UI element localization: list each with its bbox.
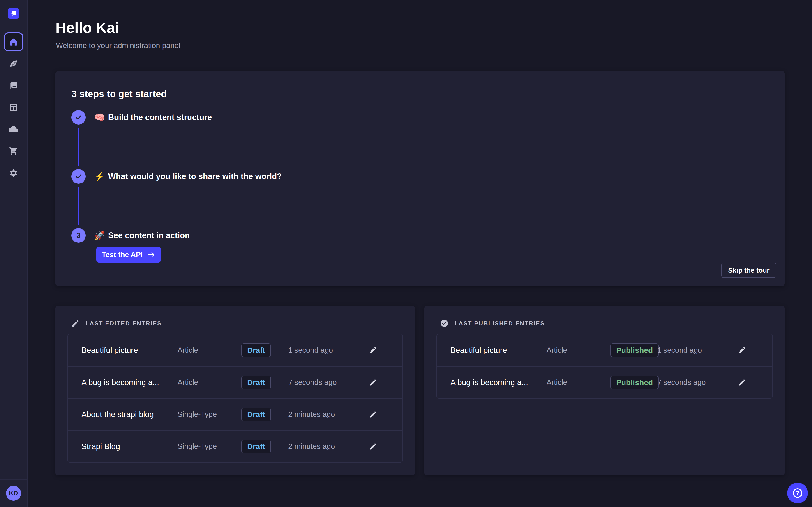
pencil-icon bbox=[738, 346, 746, 354]
entry-timestamp: 7 seconds ago bbox=[657, 378, 737, 387]
last-edited-panel: LAST EDITED ENTRIES Beautiful picture Ar… bbox=[55, 306, 415, 475]
entry-timestamp: 2 minutes ago bbox=[288, 410, 368, 419]
sidebar: KD bbox=[0, 0, 28, 507]
entry-kind: Article bbox=[177, 346, 241, 354]
sidebar-item-home[interactable] bbox=[4, 33, 23, 51]
entry-title: Strapi Blog bbox=[82, 442, 177, 451]
content-type-builder-icon bbox=[9, 103, 18, 112]
help-question-icon: ? bbox=[793, 488, 802, 498]
cloud-icon bbox=[9, 125, 18, 134]
table-row: A bug is becoming a... Article Published… bbox=[437, 366, 772, 398]
entry-title: Beautiful picture bbox=[450, 346, 547, 355]
entry-kind: Article bbox=[547, 378, 610, 387]
pencil-icon bbox=[738, 378, 746, 386]
sidebar-item-content-type-builder[interactable] bbox=[4, 98, 23, 117]
strapi-logo-icon bbox=[8, 8, 19, 19]
check-icon bbox=[75, 114, 82, 121]
edit-entry-button[interactable] bbox=[368, 409, 378, 419]
arrow-right-icon bbox=[147, 250, 155, 259]
step-3-number-circle: 3 bbox=[71, 228, 86, 243]
entry-status-badge: Published bbox=[610, 343, 659, 357]
edit-entry-button[interactable] bbox=[368, 378, 378, 387]
table-row: A bug is becoming a... Article Draft 7 s… bbox=[68, 366, 402, 398]
user-avatar[interactable]: KD bbox=[6, 486, 21, 501]
settings-gear-icon bbox=[9, 169, 18, 178]
table-row: Strapi Blog Single-Type Draft 2 minutes … bbox=[68, 430, 402, 462]
edit-entry-button[interactable] bbox=[737, 345, 747, 355]
entry-status-badge: Draft bbox=[241, 440, 271, 453]
entry-status-badge: Published bbox=[610, 376, 659, 389]
home-icon bbox=[9, 37, 18, 47]
page-title: Hello Kai bbox=[55, 19, 119, 36]
pencil-icon bbox=[71, 319, 80, 328]
sidebar-item-cloud[interactable] bbox=[4, 120, 23, 139]
step-1-check-circle bbox=[71, 110, 86, 125]
sidebar-item-settings[interactable] bbox=[4, 164, 23, 182]
pencil-icon bbox=[369, 442, 377, 450]
entry-status-badge: Draft bbox=[241, 408, 271, 421]
last-edited-title: LAST EDITED ENTRIES bbox=[86, 320, 162, 327]
pencil-icon bbox=[369, 410, 377, 418]
entry-timestamp: 2 minutes ago bbox=[288, 442, 368, 451]
step-3-label: 🚀 See content in action bbox=[94, 228, 190, 243]
getting-started-card: 3 steps to get started 🧠 Build the conte… bbox=[55, 71, 785, 286]
lightning-emoji-icon: ⚡ bbox=[94, 171, 105, 181]
edit-entry-button[interactable] bbox=[368, 345, 378, 355]
check-icon bbox=[75, 173, 82, 180]
entry-title: About the strapi blog bbox=[82, 410, 177, 419]
table-row: Beautiful picture Article Draft 1 second… bbox=[68, 334, 402, 366]
step-2-check-circle bbox=[71, 169, 86, 184]
entry-timestamp: 1 second ago bbox=[288, 346, 368, 354]
table-row: About the strapi blog Single-Type Draft … bbox=[68, 398, 402, 430]
test-api-button[interactable]: Test the API bbox=[96, 247, 161, 263]
logo-container bbox=[0, 0, 27, 27]
feather-content-manager-icon bbox=[9, 59, 18, 68]
entry-kind: Article bbox=[547, 346, 610, 354]
entry-status-badge: Draft bbox=[241, 343, 271, 357]
step-connector-2 bbox=[78, 187, 79, 225]
media-library-icon bbox=[9, 81, 18, 90]
last-published-header: LAST PUBLISHED ENTRIES bbox=[440, 319, 545, 328]
brain-emoji-icon: 🧠 bbox=[94, 112, 105, 122]
rocket-emoji-icon: 🚀 bbox=[94, 230, 105, 240]
last-edited-header: LAST EDITED ENTRIES bbox=[71, 319, 162, 328]
entry-title: Beautiful picture bbox=[82, 346, 177, 355]
edit-entry-button[interactable] bbox=[368, 441, 378, 451]
step-connector-1 bbox=[78, 128, 79, 166]
entry-timestamp: 7 seconds ago bbox=[288, 378, 368, 387]
last-edited-table: Beautiful picture Article Draft 1 second… bbox=[67, 334, 403, 463]
step-1-label: 🧠 Build the content structure bbox=[94, 110, 212, 125]
strapi-logo[interactable] bbox=[8, 8, 19, 19]
getting-started-title: 3 steps to get started bbox=[71, 89, 167, 99]
entry-title: A bug is becoming a... bbox=[82, 378, 177, 387]
last-published-table: Beautiful picture Article Published 1 se… bbox=[437, 334, 773, 399]
skip-tour-button[interactable]: Skip the tour bbox=[721, 263, 776, 278]
step-2-label: ⚡ What would you like to share with the … bbox=[94, 169, 282, 184]
entry-timestamp: 1 second ago bbox=[657, 346, 737, 354]
last-published-panel: LAST PUBLISHED ENTRIES Beautiful picture… bbox=[424, 306, 785, 475]
pencil-icon bbox=[369, 378, 377, 386]
sidebar-item-content-manager[interactable] bbox=[4, 54, 23, 73]
table-row: Beautiful picture Article Published 1 se… bbox=[437, 334, 772, 366]
entry-kind: Single-Type bbox=[177, 442, 241, 451]
last-published-title: LAST PUBLISHED ENTRIES bbox=[455, 320, 545, 327]
entry-kind: Article bbox=[177, 378, 241, 387]
entry-kind: Single-Type bbox=[177, 410, 241, 419]
marketplace-cart-icon bbox=[9, 147, 18, 156]
sidebar-item-media-library[interactable] bbox=[4, 76, 23, 95]
check-circle-icon bbox=[440, 319, 449, 328]
help-button[interactable]: ? bbox=[787, 483, 808, 503]
sidebar-footer: KD bbox=[0, 479, 27, 507]
edit-entry-button[interactable] bbox=[737, 378, 747, 387]
sidebar-nav bbox=[4, 33, 23, 185]
sidebar-item-marketplace[interactable] bbox=[4, 142, 23, 161]
pencil-icon bbox=[369, 346, 377, 354]
entry-status-badge: Draft bbox=[241, 376, 271, 389]
page-subtitle: Welcome to your administration panel bbox=[56, 41, 181, 50]
entry-title: A bug is becoming a... bbox=[450, 378, 547, 387]
